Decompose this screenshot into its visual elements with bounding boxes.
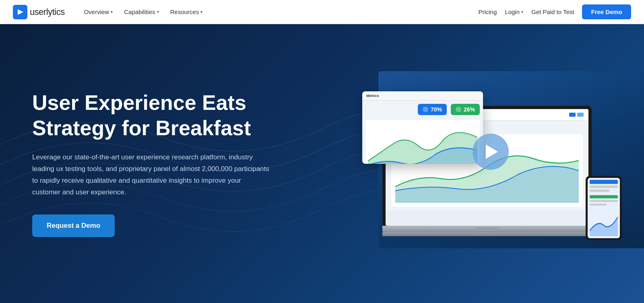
play-button[interactable] (473, 134, 509, 170)
phone-chart-svg (590, 209, 618, 236)
phone-chart-area (590, 209, 618, 236)
navbar: userlytics Overview ▾ Capabilities ▾ Res… (0, 0, 644, 24)
screen-dot-2 (577, 113, 584, 117)
nav-item-resources[interactable]: Resources ▾ (165, 5, 208, 19)
svg-marker-0 (18, 9, 23, 15)
logo-icon (13, 5, 27, 19)
metric-icon-2 (456, 107, 461, 112)
login-chevron-icon: ▾ (521, 10, 523, 14)
popup-chart (365, 120, 480, 164)
metric-icon-1 (423, 107, 428, 112)
phone-bar-6 (590, 204, 607, 206)
logo-text: userlytics (30, 7, 65, 17)
phone-device (586, 176, 622, 240)
laptop-wrapper: Metrics 70% 26% (370, 79, 644, 248)
hero-description: Leverage our state-of-the-art user exper… (32, 152, 270, 198)
hero-content: User Experience Eats Strategy for Breakf… (0, 90, 302, 237)
phone-bar-3 (590, 190, 609, 192)
popup-header: Metrics (362, 91, 483, 101)
nav-links: Overview ▾ Capabilities ▾ Resources ▾ (79, 5, 208, 19)
nav-item-capabilities[interactable]: Capabilities ▾ (119, 5, 164, 19)
phone-bar-1 (590, 180, 618, 184)
navbar-right: Pricing Login ▾ Get Paid to Test Free De… (478, 4, 631, 19)
resources-chevron-icon: ▾ (200, 10, 202, 14)
metrics-row: 70% 26% (365, 104, 480, 115)
nav-item-overview[interactable]: Overview ▾ (79, 5, 118, 19)
nav-get-paid[interactable]: Get Paid to Test (531, 7, 574, 17)
popup-body: 70% 26% (362, 101, 483, 163)
metric-card-2: 26% (451, 104, 480, 115)
overview-chevron-icon: ▾ (111, 10, 113, 14)
phone-bar-4 (590, 195, 618, 198)
nav-login[interactable]: Login ▾ (505, 8, 523, 15)
hero-image-area: Metrics 70% 26% (370, 79, 644, 248)
free-demo-button[interactable]: Free Demo (582, 4, 631, 19)
navbar-left: userlytics Overview ▾ Capabilities ▾ Res… (13, 5, 207, 19)
hero-heading: User Experience Eats Strategy for Breakf… (32, 90, 270, 140)
logo[interactable]: userlytics (13, 5, 65, 19)
phone-bar-2 (590, 186, 618, 188)
screen-dot-1 (569, 113, 576, 117)
laptop-stand (382, 232, 592, 236)
hero-section: User Experience Eats Strategy for Breakf… (0, 24, 644, 303)
phone-bar-5 (590, 200, 618, 202)
capabilities-chevron-icon: ▾ (157, 10, 159, 14)
play-triangle-icon (486, 144, 498, 159)
request-demo-button[interactable]: Request a Demo (32, 214, 115, 237)
nav-pricing[interactable]: Pricing (478, 7, 497, 17)
phone-screen (588, 178, 620, 238)
popup-dashboard: Metrics 70% 26% (362, 91, 483, 164)
metric-card-1: 70% (418, 104, 447, 115)
laptop-base (382, 226, 592, 232)
chart-svg (368, 122, 477, 164)
laptop-notch (475, 227, 499, 231)
screen-dots (569, 113, 584, 117)
